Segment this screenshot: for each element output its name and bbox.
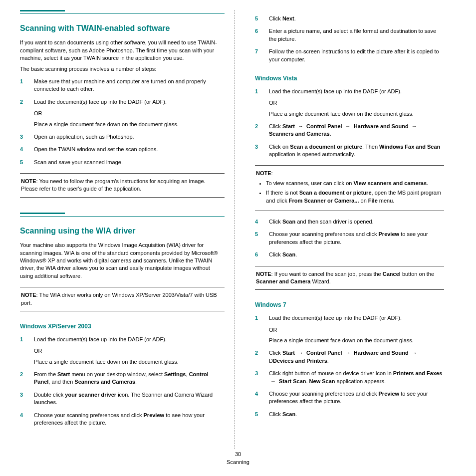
step-number: 2 xyxy=(20,98,23,106)
step-number: 6 xyxy=(255,27,258,35)
step-1: 1 Make sure that your machine and comput… xyxy=(20,78,225,93)
step-number: 3 xyxy=(20,133,23,141)
step-text: Place a single document face down on the… xyxy=(269,110,444,118)
section-divider xyxy=(20,13,225,14)
section-divider xyxy=(20,216,225,217)
step-text: Place a single document face down on the… xyxy=(34,121,225,128)
step-text: Click Scan and then scan driver is opene… xyxy=(269,219,374,225)
step-2: 2 From the Start menu on your desktop wi… xyxy=(20,371,225,386)
step-6: 6 Click Scan. xyxy=(255,251,444,258)
step-text: Double click your scanner driver icon. T… xyxy=(34,392,213,405)
step-number: 5 xyxy=(255,411,258,418)
step-1: 1 Load the document(s) face up into the … xyxy=(20,336,225,366)
step-5: 5 Click Next. xyxy=(255,15,444,22)
step-4: 4 Click Scan and then scan driver is ope… xyxy=(255,218,444,226)
step-text: Choose your scanning preferences and cli… xyxy=(269,231,428,244)
or-text: OR xyxy=(269,326,444,334)
step-4: 4 Choose your scanning preferences and c… xyxy=(20,412,225,427)
note-box: NOTE: To view scanners, user can click o… xyxy=(255,165,444,211)
step-text: Load the document(s) face up into the DA… xyxy=(269,315,402,321)
step-number: 1 xyxy=(255,314,258,322)
note-box: NOTE: You need to follow the program's i… xyxy=(20,173,225,198)
step-text: Open the TWAIN window and set the scan o… xyxy=(34,146,158,152)
para: Your machine also supports the Windows I… xyxy=(20,241,225,280)
step-text: Click Scan. xyxy=(269,411,297,417)
page-number: 30 xyxy=(0,451,476,458)
para: If you want to scan documents using othe… xyxy=(20,39,225,62)
note-label: NOTE xyxy=(256,271,271,277)
step-text: Click Scan. xyxy=(269,251,297,257)
step-text: Follow the on-screen instructions to edi… xyxy=(269,48,439,62)
step-number: 4 xyxy=(255,390,258,398)
step-text: Choose your scanning preferences and cli… xyxy=(34,412,205,426)
step-text: Enter a picture name, and select a file … xyxy=(269,28,436,41)
step-number: 1 xyxy=(255,88,258,95)
step-5: 5 Click Scan. xyxy=(255,411,444,418)
note-text: : The WIA driver works only on Windows X… xyxy=(21,292,217,305)
step-7: 7 Follow the on-screen instructions to e… xyxy=(255,48,444,63)
right-column: 5 Click Next. 6 Enter a picture name, an… xyxy=(235,10,449,449)
step-number: 3 xyxy=(255,143,258,151)
note-bullet: To view scanners, user can click on View… xyxy=(266,180,443,187)
step-number: 6 xyxy=(255,251,258,258)
step-text: Load the document(s) face up into the DA… xyxy=(34,99,167,105)
step-text: Click on Scan a document or picture. The… xyxy=(269,144,440,157)
step-text: Load the document(s) face up into the DA… xyxy=(269,88,402,94)
step-4: 4 Choose your scanning preferences and c… xyxy=(255,390,444,406)
step-number: 3 xyxy=(20,391,23,399)
note-label: NOTE xyxy=(256,170,271,176)
note-bullet: If there is not Scan a document or pictu… xyxy=(266,189,443,205)
section-rule xyxy=(20,213,65,214)
page-footer: 30 Scanning xyxy=(0,451,476,466)
step-2: 2 Click Start → Control Panel → Hardware… xyxy=(255,123,444,138)
step-number: 2 xyxy=(255,123,258,130)
step-number: 7 xyxy=(255,48,258,55)
step-text: Click Start → Control Panel → Hardware a… xyxy=(269,350,419,363)
heading-winxp: Windows XP/Server 2003 xyxy=(20,322,225,331)
step-6: 6 Enter a picture name, and select a fil… xyxy=(255,27,444,43)
step-3: 3 Open an application, such as Photoshop… xyxy=(20,133,225,141)
or-text: OR xyxy=(34,110,225,117)
heading-win7: Windows 7 xyxy=(255,301,444,309)
note-label: NOTE xyxy=(21,178,36,184)
step-4: 4 Open the TWAIN window and set the scan… xyxy=(20,146,225,153)
step-1: 1 Load the document(s) face up into the … xyxy=(255,88,444,118)
step-number: 3 xyxy=(255,370,258,377)
step-number: 2 xyxy=(255,349,258,357)
step-5: 5 Choose your scanning preferences and c… xyxy=(255,231,444,246)
step-number: 1 xyxy=(20,78,23,85)
step-number: 2 xyxy=(20,371,23,378)
step-2: 2 Click Start → Control Panel → Hardware… xyxy=(255,349,444,365)
step-number: 5 xyxy=(20,159,23,166)
step-5: 5 Scan and save your scanned image. xyxy=(20,159,225,166)
or-text: OR xyxy=(34,347,225,355)
step-3: 3 Click right button of mouse on device … xyxy=(255,370,444,385)
section-rule xyxy=(20,10,65,11)
step-text: Click Next. xyxy=(269,15,296,21)
step-number: 5 xyxy=(255,15,258,22)
heading-vista: Windows Vista xyxy=(255,74,444,83)
step-text: Place a single document face down on the… xyxy=(269,337,444,344)
step-2: 2 Load the document(s) face up into the … xyxy=(20,98,225,128)
note-text: : You need to follow the program's instr… xyxy=(21,178,206,192)
step-number: 4 xyxy=(255,218,258,226)
note-box: NOTE: If you want to cancel the scan job… xyxy=(255,266,444,290)
note-box: NOTE: The WIA driver works only on Windo… xyxy=(20,287,225,311)
step-number: 4 xyxy=(20,146,23,153)
step-text: Open an application, such as Photoshop. xyxy=(34,134,134,140)
step-text: From the Start menu on your desktop wind… xyxy=(34,371,209,385)
step-3: 3 Double click your scanner driver icon.… xyxy=(20,391,225,407)
step-1: 1 Load the document(s) face up into the … xyxy=(255,314,444,344)
step-text: Place a single document face down on the… xyxy=(34,358,225,366)
footer-label: Scanning xyxy=(227,459,249,465)
left-column: Scanning with TWAIN-enabled software If … xyxy=(20,10,235,449)
step-text: Load the document(s) face up into the DA… xyxy=(34,336,167,342)
step-number: 5 xyxy=(255,231,258,238)
step-number: 1 xyxy=(20,336,23,343)
or-text: OR xyxy=(269,99,444,107)
para: The basic scanning process involves a nu… xyxy=(20,65,225,73)
step-number: 4 xyxy=(20,412,23,419)
heading-twain: Scanning with TWAIN-enabled software xyxy=(20,23,225,34)
heading-wia: Scanning using the WIA driver xyxy=(20,226,225,237)
step-text: Click right button of mouse on device dr… xyxy=(269,370,442,384)
